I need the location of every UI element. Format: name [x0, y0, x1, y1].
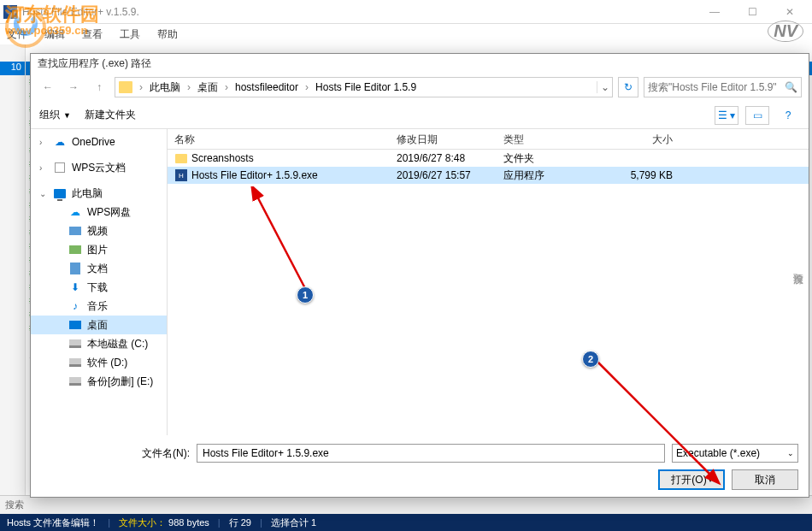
annotation-number-2: 2	[582, 351, 599, 368]
dialog-title: 查找应用程序 (.exe) 路径	[38, 56, 151, 71]
sidebar-item[interactable]: ⌄此电脑	[31, 184, 167, 203]
dialog-nav-bar: ← → ↑ › 此电脑 › 桌面 › hostsfileeditor › Hos…	[31, 73, 809, 102]
nv-logo: NV	[768, 21, 803, 42]
help-button[interactable]: ?	[776, 106, 800, 125]
sidebar-item[interactable]: 视频	[31, 221, 167, 240]
search-bar[interactable]: 搜索	[0, 495, 812, 514]
breadcrumb-item[interactable]: Hosts File Editor 1.5.9	[312, 81, 420, 93]
column-type[interactable]: 类型	[497, 129, 595, 149]
status-ready: Hosts 文件准备编辑！	[7, 516, 99, 529]
dialog-title-bar: 查找应用程序 (.exe) 路径	[31, 54, 809, 73]
breadcrumb-dropdown[interactable]: ⌄	[597, 81, 612, 93]
main-titlebar: Hosts File Editor+ v.1.5.9. — ☐ ✕	[0, 0, 812, 24]
sidebar-item[interactable]: 文档	[31, 259, 167, 278]
menu-view[interactable]: 查看	[82, 27, 103, 42]
file-row[interactable]: Screanshosts2019/6/27 8:48文件夹	[168, 150, 809, 167]
breadcrumb-item[interactable]: hostsfileeditor	[232, 81, 302, 93]
refresh-button[interactable]: ↻	[618, 77, 638, 97]
search-input[interactable]	[648, 81, 785, 93]
sidebar-item[interactable]: 备份[勿删] (E:)	[31, 372, 167, 391]
line-gutter: 10	[0, 44, 26, 514]
file-open-dialog: 查找应用程序 (.exe) 路径 ← → ↑ › 此电脑 › 桌面 › host…	[30, 53, 809, 498]
status-bar: Hosts 文件准备编辑！ | 文件大小： 988 bytes | 行 29 |…	[0, 514, 812, 531]
column-name[interactable]: 名称	[168, 129, 390, 149]
column-date[interactable]: 修改日期	[390, 129, 497, 149]
status-line: 行 29	[229, 516, 251, 529]
menu-help[interactable]: 帮助	[157, 27, 178, 42]
dialog-sidebar: ›☁OneDrive›WPS云文档⌄此电脑☁WPS网盘视频图片文档⬇下载♪音乐桌…	[31, 129, 168, 435]
cancel-button[interactable]: 取消	[732, 469, 798, 490]
sidebar-item[interactable]: 桌面	[31, 316, 167, 334]
maximize-button[interactable]: ☐	[733, 0, 771, 24]
nav-forward-button[interactable]: →	[63, 77, 84, 97]
search-icon: 🔍	[785, 81, 797, 93]
annotation-number-1: 1	[297, 286, 314, 304]
status-selection: 选择合计 1	[271, 516, 316, 529]
menu-tools[interactable]: 工具	[120, 27, 140, 42]
sidebar-item[interactable]: 软件 (D:)	[31, 353, 167, 372]
search-label: 搜索	[5, 499, 24, 511]
file-list: 名称 修改日期 类型 大小 Screanshosts2019/6/27 8:48…	[168, 129, 809, 435]
folder-icon	[119, 81, 132, 93]
dialog-toolbar: 组织 ▼ 新建文件夹 ☰ ▾ ▭ ?	[31, 102, 809, 129]
sidebar-item[interactable]: ›WPS云文档	[31, 158, 167, 177]
nav-back-button[interactable]: ←	[38, 77, 58, 97]
status-filesize: 文件大小： 988 bytes	[119, 516, 209, 529]
sidebar-item[interactable]: ☁WPS网盘	[31, 203, 167, 221]
sidebar-item[interactable]: ⬇下载	[31, 278, 167, 297]
nav-up-button[interactable]: ↑	[89, 77, 109, 97]
organize-button[interactable]: 组织 ▼	[39, 108, 71, 122]
file-row[interactable]: HHosts File Editor+ 1.5.9.exe2019/6/27 1…	[168, 167, 809, 184]
main-menubar: 文件 编辑 查看 工具 帮助 NV	[0, 24, 812, 44]
open-button[interactable]: 打开(O) ▾	[658, 469, 725, 490]
new-folder-button[interactable]: 新建文件夹	[85, 108, 136, 122]
filetype-select[interactable]: Executable (*.exe)⌄	[672, 444, 798, 463]
column-size[interactable]: 大小	[595, 129, 680, 149]
minimize-button[interactable]: —	[696, 0, 733, 24]
menu-file[interactable]: 文件	[7, 27, 27, 42]
sidebar-item[interactable]: ♪音乐	[31, 297, 167, 316]
file-list-header: 名称 修改日期 类型 大小	[168, 129, 809, 150]
dialog-search-box[interactable]: 🔍	[644, 77, 802, 97]
breadcrumb-item[interactable]: 此电脑	[146, 80, 184, 95]
sidebar-item[interactable]: 图片	[31, 240, 167, 259]
dialog-footer: 文件名(N): Executable (*.exe)⌄ 打开(O) ▾ 取消	[31, 435, 809, 497]
view-mode-button[interactable]: ☰ ▾	[715, 106, 738, 125]
chevron-right-icon: ›	[136, 81, 146, 93]
sidebar-item[interactable]: ›☁OneDrive	[31, 133, 167, 151]
window-title: Hosts File Editor+ v.1.5.9.	[22, 6, 696, 18]
preview-toggle-button[interactable]: ▭	[745, 106, 769, 125]
filename-input[interactable]	[197, 444, 665, 463]
menu-edit[interactable]: 编辑	[44, 27, 65, 42]
sidebar-item[interactable]: 本地磁盘 (C:)	[31, 334, 167, 353]
app-icon	[3, 5, 17, 19]
breadcrumb[interactable]: › 此电脑 › 桌面 › hostsfileeditor › Hosts Fil…	[115, 77, 613, 97]
breadcrumb-item[interactable]: 桌面	[194, 80, 221, 95]
filename-label: 文件名(N):	[142, 446, 190, 461]
